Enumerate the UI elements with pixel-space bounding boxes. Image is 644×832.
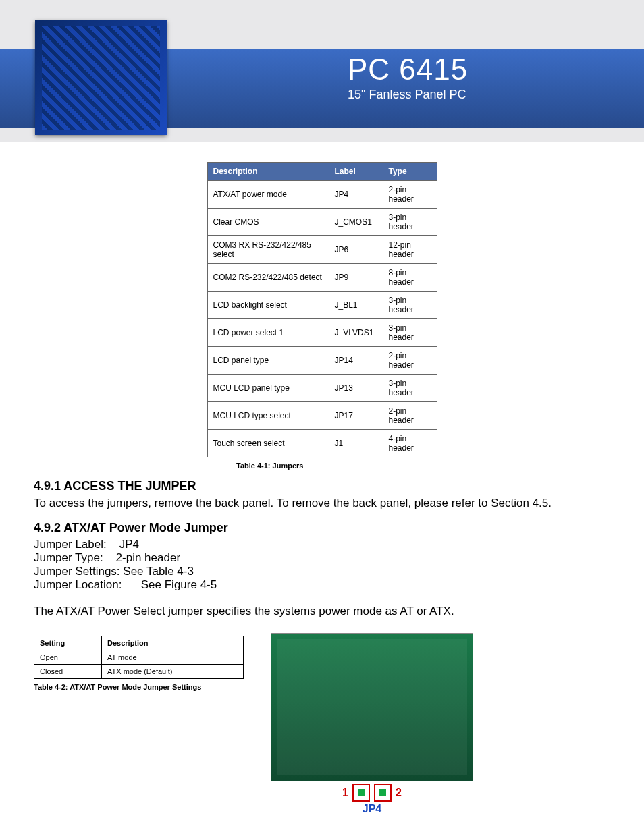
table-row: COM2 RS-232/422/485 detectJP98-pin heade…	[207, 264, 437, 292]
table-cell: COM3 RX RS-232/422/485 select	[207, 236, 329, 264]
jumpers-table-caption: Table 4-1: Jumpers	[236, 462, 610, 470]
table-row: LCD power select 1J_VLVDS13-pin header	[207, 319, 437, 347]
table-row: MCU LCD panel typeJP133-pin header	[207, 375, 437, 402]
table-cell: LCD power select 1	[207, 319, 329, 347]
table-cell: AT mode	[102, 650, 244, 664]
scol-setting: Setting	[34, 636, 102, 650]
settings-row: Setting Description OpenAT modeClosedATX…	[34, 633, 610, 815]
table-cell: JP6	[329, 236, 383, 264]
table-cell: J_CMOS1	[329, 209, 383, 236]
table-row: COM3 RX RS-232/422/485 selectJP612-pin h…	[207, 236, 437, 264]
jp4-callout: 1 2 JP4	[271, 784, 473, 815]
table-row: MCU LCD type selectJP172-pin header	[207, 402, 437, 430]
table-row: OpenAT mode	[34, 650, 244, 664]
table-cell: COM2 RS-232/422/485 detect	[207, 264, 329, 292]
spec-settings-key: Jumper Settings:	[34, 565, 120, 578]
table-cell: JP14	[329, 347, 383, 375]
table-cell: ATX mode (Default)	[102, 664, 244, 678]
table-cell: 3-pin header	[383, 375, 437, 402]
spec-label: Jumper Label: JP4	[34, 538, 610, 551]
table-cell: JP13	[329, 375, 383, 402]
product-thumbnail	[35, 20, 167, 135]
pin-1-icon	[352, 784, 370, 802]
table-cell: J1	[329, 430, 383, 457]
section-492-heading: 4.9.2 ATX/AT Power Mode Jumper	[34, 521, 610, 535]
spec-location-value: See Figure 4-5	[141, 578, 217, 591]
col-label: Label	[329, 163, 383, 181]
table-cell: Touch screen select	[207, 430, 329, 457]
table-cell: 2-pin header	[383, 402, 437, 430]
title-block: PC 6415 15" Fanless Panel PC	[348, 53, 468, 102]
product-title: PC 6415	[348, 53, 468, 86]
table-cell: JP9	[329, 264, 383, 292]
spec-label-value: JP4	[119, 538, 139, 551]
spec-settings-value: See Table 4-3	[123, 565, 194, 578]
table-cell: 12-pin header	[383, 236, 437, 264]
settings-table-caption: Table 4-2: ATX/AT Power Mode Jumper Sett…	[34, 683, 244, 691]
section-491-heading: 4.9.1 ACCESS THE JUMPER	[34, 479, 610, 493]
table-cell: 3-pin header	[383, 292, 437, 319]
table-cell: JP4	[329, 181, 383, 209]
table-cell: LCD backlight select	[207, 292, 329, 319]
spec-location: Jumper Location: See Figure 4-5	[34, 578, 610, 592]
table-cell: 4-pin header	[383, 430, 437, 457]
page: PC 6415 15" Fanless Panel PC Description…	[0, 0, 644, 832]
pin-2-icon	[374, 784, 392, 802]
spec-type-key: Jumper Type:	[34, 551, 103, 564]
table-cell: J_BL1	[329, 292, 383, 319]
table-row: LCD backlight selectJ_BL13-pin header	[207, 292, 437, 319]
settings-table: Setting Description OpenAT modeClosedATX…	[34, 636, 244, 679]
table-cell: 3-pin header	[383, 319, 437, 347]
scol-description: Description	[102, 636, 244, 650]
spec-location-key: Jumper Location:	[34, 578, 122, 591]
header-band: PC 6415 15" Fanless Panel PC	[0, 0, 644, 142]
spec-type-value: 2-pin header	[116, 551, 180, 564]
jp4-label: JP4	[271, 803, 473, 815]
spec-label-key: Jumper Label:	[34, 538, 107, 551]
table-cell: Open	[34, 650, 102, 664]
pin-left-number: 1	[342, 787, 348, 799]
table-cell: MCU LCD panel type	[207, 375, 329, 402]
table-row: Touch screen selectJ14-pin header	[207, 430, 437, 457]
spec-type: Jumper Type: 2-pin header	[34, 551, 610, 565]
table-cell: 2-pin header	[383, 347, 437, 375]
col-type: Type	[383, 163, 437, 181]
settings-table-block: Setting Description OpenAT modeClosedATX…	[34, 633, 244, 691]
table-cell: JP17	[329, 402, 383, 430]
spec-settings: Jumper Settings: See Table 4-3	[34, 565, 610, 578]
table-row: LCD panel typeJP142-pin header	[207, 347, 437, 375]
col-description: Description	[207, 163, 329, 181]
table-cell: 2-pin header	[383, 181, 437, 209]
table-cell: 8-pin header	[383, 264, 437, 292]
table-cell: 3-pin header	[383, 209, 437, 236]
product-subtitle: 15" Fanless Panel PC	[348, 88, 468, 102]
pin-right-number: 2	[396, 787, 402, 799]
board-image	[271, 633, 473, 781]
thumbnail-image	[42, 26, 161, 130]
board-figure: 1 2 JP4	[271, 633, 473, 815]
table-cell: MCU LCD type select	[207, 402, 329, 430]
section-492-body: The ATX/AT Power Select jumper specifies…	[34, 604, 610, 619]
table-row: Clear CMOSJ_CMOS13-pin header	[207, 209, 437, 236]
table-cell: Closed	[34, 664, 102, 678]
table-cell: LCD panel type	[207, 347, 329, 375]
section-491-body: To access the jumpers, remove the back p…	[34, 496, 610, 511]
jumpers-table: Description Label Type ATX/AT power mode…	[207, 162, 437, 457]
table-row: ClosedATX mode (Default)	[34, 664, 244, 678]
table-cell: ATX/AT power mode	[207, 181, 329, 209]
table-cell: Clear CMOS	[207, 209, 329, 236]
table-cell: J_VLVDS1	[329, 319, 383, 347]
table-row: ATX/AT power modeJP42-pin header	[207, 181, 437, 209]
content: Description Label Type ATX/AT power mode…	[0, 142, 644, 829]
